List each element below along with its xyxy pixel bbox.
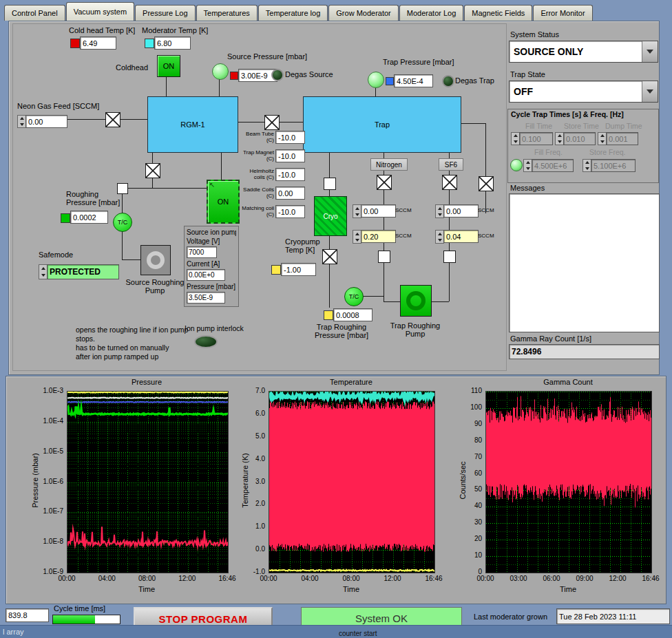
safemode-value[interactable]: PROTECTED — [47, 264, 119, 279]
x-tick-label: 09:00 — [576, 575, 593, 582]
value-text: 0.00 — [28, 118, 43, 126]
cryo-pump-icon: Cryo — [314, 196, 347, 236]
status-text: System OK — [355, 613, 408, 624]
fill-freq-value[interactable]: 4.500E+6 — [532, 159, 574, 172]
sf6-valve[interactable] — [442, 175, 457, 190]
stepper-up-icon[interactable] — [583, 160, 591, 166]
value-text: 839.8 — [8, 611, 28, 619]
stepper-down-icon[interactable] — [18, 122, 25, 128]
stepper-down-icon[interactable] — [436, 211, 443, 217]
nitrogen-flow-value[interactable]: 0.00 — [361, 204, 396, 217]
stepper-down-icon[interactable] — [353, 211, 361, 217]
sf6-setpoint-value[interactable]: 0.04 — [443, 230, 479, 243]
tab-vacuum-system[interactable]: Vacuum system — [66, 2, 134, 21]
y-tick-label: 2.0 — [255, 500, 265, 507]
nitrogen-setpoint-value[interactable]: 0.20 — [361, 230, 396, 243]
y-tick-label: 10 — [474, 551, 482, 559]
tab-moderator-log[interactable]: Moderator Log — [399, 5, 464, 21]
trap-vent-valve[interactable] — [479, 176, 494, 191]
y-tick-label: 40 — [474, 502, 482, 509]
stepper-up-icon[interactable] — [18, 116, 25, 122]
ion-pump-interlock-led[interactable] — [194, 335, 218, 348]
value-text: 0.00E+0 — [189, 270, 215, 279]
stepper-down-icon[interactable] — [556, 139, 563, 145]
coldhead-on-button[interactable]: ON — [157, 55, 180, 77]
fill-freq-label: Fill Freq. — [534, 148, 563, 156]
messages-label: Messages — [510, 184, 545, 192]
sccm-unit-label: SCCM — [478, 233, 494, 239]
wire — [221, 151, 222, 180]
temperature-chart-xticks: 00:0004:0008:0012:0016:46 — [269, 574, 434, 584]
value-text: -10.0 — [278, 134, 295, 142]
value-text: 3.50E-9 — [189, 293, 213, 302]
cycle-trap-group-title: Cycle Trap Times [s] & Freq. [Hz] — [511, 110, 624, 118]
x-tick-label: 12:00 — [609, 575, 626, 582]
pressure-chart-title: Pressure — [92, 378, 202, 386]
stepper-up-icon[interactable] — [353, 205, 361, 211]
coil-label: Trap Magnet (C) — [238, 149, 274, 162]
stepper-down-icon[interactable] — [436, 237, 443, 243]
fill-time-value[interactable]: 0.100 — [519, 132, 553, 145]
ion-pump-on-button[interactable]: ↖ ON — [207, 180, 240, 224]
gamma-chart-yticks: 1101009080706050403020100 — [451, 391, 484, 572]
y-tick-label: 1.0E-5 — [43, 447, 63, 455]
neon-feed-valve[interactable] — [105, 112, 120, 127]
y-tick-label: 20 — [474, 535, 482, 542]
beamline-valve[interactable] — [264, 115, 280, 130]
stepper-down-icon[interactable] — [598, 139, 606, 145]
tab-magnetic-fields[interactable]: Magnetic Fields — [464, 5, 532, 21]
store-freq-value[interactable]: 5.100E+6 — [591, 159, 636, 172]
dump-time-value[interactable]: 0.001 — [606, 132, 638, 145]
tab-temperatures[interactable]: Temperatures — [196, 5, 258, 21]
cryopump-color-indicator — [271, 265, 281, 275]
stepper-up-icon[interactable] — [353, 231, 361, 237]
x-tick-label: 12:00 — [178, 575, 196, 582]
stepper-up-icon[interactable] — [556, 133, 563, 139]
stepper-up-icon[interactable] — [524, 160, 532, 166]
degas-source-led[interactable] — [271, 69, 284, 81]
stepper-up-icon[interactable] — [598, 133, 606, 139]
system-status-select[interactable]: SOURCE ONLY — [509, 41, 658, 63]
stepper-up-icon[interactable] — [39, 265, 47, 272]
cold-head-temp-value: 6.49 — [80, 36, 116, 50]
degas-trap-led[interactable] — [442, 75, 454, 87]
rgm-roughing-valve[interactable] — [145, 163, 160, 178]
neon-gas-feed-value[interactable]: 0.00 — [25, 115, 67, 128]
store-time-value[interactable]: 0.010 — [563, 132, 596, 145]
stepper-down-icon[interactable] — [583, 166, 591, 172]
dropdown-button[interactable] — [642, 41, 658, 62]
store-time-label: Store Time — [564, 122, 599, 130]
stepper-up-icon[interactable] — [436, 231, 443, 237]
y-tick-label: 1.0E-4 — [43, 417, 63, 425]
tab-control-panel[interactable]: Control Panel — [4, 5, 65, 21]
gas-label-text: SF6 — [445, 161, 457, 169]
x-tick-label: 00:00 — [476, 575, 494, 582]
wire — [329, 235, 330, 249]
ion-pump-info-box: Source ion pump Voltage [V] 7000 Current… — [184, 226, 239, 307]
stepper-down-icon[interactable] — [39, 272, 47, 279]
dropdown-button[interactable] — [642, 81, 658, 102]
tab-grow-moderator[interactable]: Grow Moderator — [328, 5, 398, 21]
gamma-count-label: Gamma Ray Count [1/s] — [510, 334, 591, 343]
stepper-down-icon[interactable] — [353, 237, 361, 243]
trap-roughing-pressure-value: 0.0008 — [333, 308, 372, 321]
trap-state-select[interactable]: OFF — [509, 81, 658, 103]
stepper-up-icon[interactable] — [512, 133, 519, 139]
y-tick-label: 6.0 — [255, 410, 265, 417]
cryo-bottom-valve[interactable] — [322, 249, 337, 264]
tab-pressure-log[interactable]: Pressure Log — [135, 5, 195, 21]
sf6-flow-value[interactable]: 0.00 — [443, 204, 479, 217]
stepper-down-icon[interactable] — [512, 139, 519, 145]
sf6-junction-box — [443, 251, 456, 263]
y-tick-label: 100 — [470, 403, 482, 411]
coil-value: -10.0 — [275, 131, 305, 144]
tab-temperature-log[interactable]: Temperature log — [258, 5, 328, 21]
stepper-up-icon[interactable] — [436, 205, 443, 211]
nitrogen-valve[interactable] — [377, 175, 392, 190]
tab-error-monitor[interactable]: Error Monitor — [533, 5, 592, 21]
temperature-chart-title: Temperature — [296, 378, 406, 386]
trap-roughing-color-indicator — [324, 310, 333, 320]
value-text: -1.00 — [284, 266, 301, 274]
stepper-down-icon[interactable] — [524, 166, 532, 172]
cycle-led[interactable] — [510, 159, 523, 171]
